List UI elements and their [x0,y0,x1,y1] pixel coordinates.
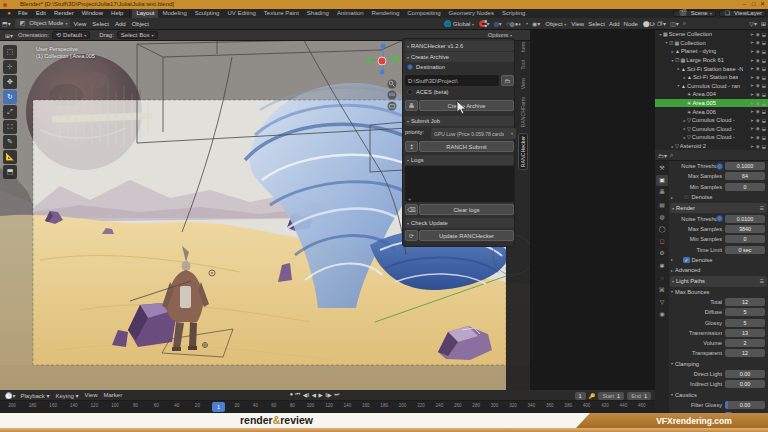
hide-icon[interactable]: ◉ [756,83,760,88]
hide-icon[interactable]: ◉ [756,32,760,37]
play-reverse-button[interactable]: ◀ [312,392,316,398]
outliner-row-cumulus-cloud-ran[interactable]: ▾▲Cumulus Cloud - ran➤◉⬓ [655,82,768,91]
sidebar-tab-tool[interactable]: Tool [519,58,527,72]
end-frame-field[interactable]: End1 [627,392,651,400]
tool-transform[interactable]: ⛶ [3,120,17,134]
start-frame-field[interactable]: Start1 [598,392,624,400]
prop-check-caustics[interactable]: Caustics✓Reflective [669,410,768,413]
properties-tab-material[interactable]: ◉ [656,309,668,320]
sidebar-tab-ranchfarm[interactable]: RANCHFarm [519,95,527,130]
properties-tab-modifiers[interactable]: ⚙ [656,248,668,259]
submit-job-section[interactable]: ▾Submit Job [405,116,514,126]
prop-section-render[interactable]: ▾Render☰ [670,203,767,213]
select-icon[interactable]: ➤ [750,83,754,88]
tool-annotate[interactable]: ✎ [3,135,17,149]
drag-value-dropdown[interactable]: Select Box▾ [117,31,158,39]
menu-help[interactable]: Help [107,9,127,18]
properties-tab-output[interactable]: 🖶 [656,187,668,198]
viewport-menu-select[interactable]: Select [89,21,112,27]
outliner-row-asteroid-2[interactable]: ▸▽Asteroid 2➤◉⬓ [655,142,768,150]
workspace-tab-shading[interactable]: Shading [303,9,333,18]
shader-type-dropdown[interactable]: Object ▾ [542,21,569,27]
prop-check-denoise[interactable]: ▸Denoise [669,192,768,202]
viewport-nav-gadgets[interactable] [388,80,397,111]
select-icon[interactable]: ➤ [750,144,754,149]
value-field[interactable]: 3840 [725,225,765,233]
outliner-row-cumulus-cloud-[interactable]: ▸▽Cumulus Cloud -➤◉⬓ [655,125,768,134]
ranch-submit-button[interactable]: RANCH Submit [419,141,514,152]
orientation-dropdown[interactable]: 🌐 Global ▾ [441,20,477,27]
select-icon[interactable]: ➤ [750,109,754,114]
tool-measure[interactable]: 📐 [3,150,17,164]
render-visibility-icon[interactable]: ⬓ [762,135,766,140]
destination-radio[interactable]: Destination [405,64,514,70]
properties-tab-tool[interactable]: ⚒ [656,163,668,174]
value-field[interactable]: 2 [725,339,765,347]
tool-add-cube[interactable]: ⬒ [3,165,17,179]
hide-icon[interactable]: ◉ [756,40,760,45]
update-ranchecker-button[interactable]: Update RANCHecker [419,230,514,241]
render-visibility-icon[interactable]: ⬓ [762,49,766,54]
proportional-edit-icon[interactable]: ◎▾ [492,20,504,27]
snap-icon[interactable]: 🧲▾ [477,20,492,27]
render-visibility-icon[interactable]: ⬓ [762,58,766,63]
workspace-tab-geometry-nodes[interactable]: Geometry Nodes [445,9,498,18]
prop-sub-advanced[interactable]: ▸Advanced [669,265,768,275]
record-button[interactable]: ⏺ [290,391,293,398]
hide-icon[interactable]: ◉ [756,92,760,97]
hide-icon[interactable]: ◉ [756,144,760,149]
properties-tab-constraints[interactable]: ⌘ [656,285,668,296]
sidebar-tab-ranchecker[interactable]: RANCHecker [518,133,528,170]
select-icon[interactable]: ➤ [750,92,754,97]
tool-scale[interactable]: ⤢ [3,105,17,119]
play-button[interactable]: ▶ [318,392,322,398]
render-visibility-icon[interactable]: ⬓ [762,109,766,114]
hide-icon[interactable]: ◉ [756,135,760,140]
tool-rotate[interactable]: ↻ [3,90,17,104]
select-icon[interactable]: ➤ [750,75,754,80]
value-field[interactable]: 0 sec [725,246,765,254]
shader-menu-add[interactable]: Add [607,21,622,27]
keying-icon[interactable]: 🔑 [589,393,596,399]
select-icon[interactable]: ➤ [750,101,754,106]
outliner-mode2[interactable]: ◫▾ [668,20,681,27]
value-field[interactable]: 0 [725,235,765,243]
hide-icon[interactable]: ◉ [756,126,760,131]
tool-select-box[interactable]: ⬚ [3,45,17,59]
hide-icon[interactable]: ◉ [756,101,760,106]
properties-tab-scene[interactable]: ◍ [656,212,668,223]
prop-check-denoise[interactable]: ▸✓Denoise [669,255,768,265]
priority-dropdown[interactable]: GPU Low (Price 0.059.78 cards▾ [431,128,516,139]
select-icon[interactable]: ➤ [750,118,754,123]
hide-icon[interactable]: ◉ [756,58,760,63]
workspace-tab-layout[interactable]: Layout [132,9,158,18]
properties-search-icon[interactable]: ⌕ [670,152,673,159]
menu-render[interactable]: Render [50,9,78,18]
properties-nav-icon[interactable]: 🗀▾ [658,152,667,159]
outliner-display-mode[interactable]: 🗇▾ [655,20,668,27]
mode-dropdown[interactable]: ◩Object Mode▾ [15,19,71,28]
value-field[interactable]: 0.1000 [725,162,765,170]
prev-keyframe-button[interactable]: ◀‖ [303,392,310,398]
properties-tab-world[interactable]: ◯ [656,224,668,235]
render-visibility-icon[interactable]: ⬓ [762,92,766,97]
render-visibility-icon[interactable]: ⬓ [762,32,766,37]
jump-end-button[interactable]: ⏭ [334,391,339,398]
render-visibility-icon[interactable]: ⬓ [762,83,766,88]
render-visibility-icon[interactable]: ⬓ [762,75,766,80]
playback-controls[interactable]: ⏺ ⏮ ◀‖ ◀ ▶ ‖▶ ⏭ [290,391,339,398]
outliner-row-collection[interactable]: ▾☑▦Collection➤◉⬓ [655,39,768,48]
shader-menu-select[interactable]: Select [586,21,607,27]
select-icon[interactable]: ➤ [750,126,754,131]
menu-file[interactable]: File [14,9,32,18]
value-field[interactable]: 0 [725,183,765,191]
properties-tab-particles[interactable]: ✱ [656,261,668,272]
render-visibility-icon[interactable]: ⬓ [762,101,766,106]
hide-icon[interactable]: ◉ [756,49,760,54]
properties-tab-render[interactable]: ▣ [656,175,668,186]
render-visibility-icon[interactable]: ⬓ [762,144,766,149]
properties-tab-data[interactable]: ▽ [656,297,668,308]
value-field[interactable]: 13 [725,329,765,337]
workspace-tab-texture-paint[interactable]: Texture Paint [260,9,303,18]
viewport-menu-object[interactable]: Object [129,21,152,27]
